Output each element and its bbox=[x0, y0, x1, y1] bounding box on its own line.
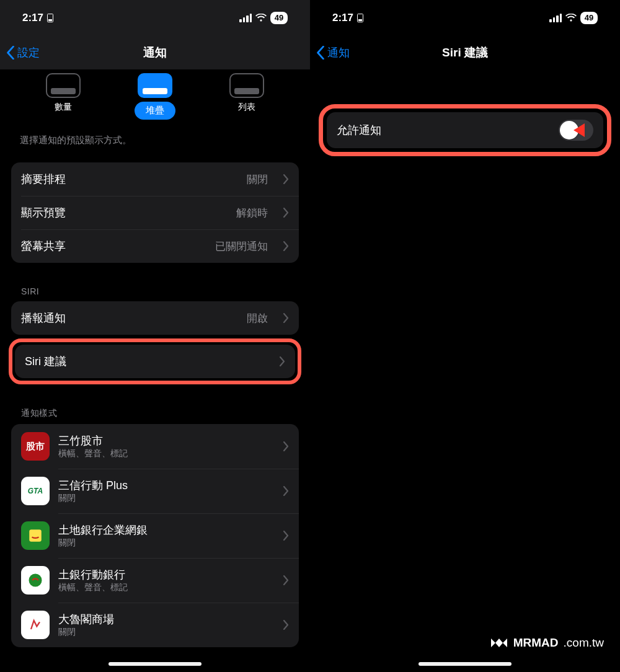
chevron-right-icon bbox=[283, 575, 289, 585]
general-settings-group: 摘要排程 關閉 顯示預覽 解鎖時 螢幕共享 已關閉通知 bbox=[11, 162, 299, 263]
cellular-signal-icon bbox=[549, 14, 562, 22]
back-label: 設定 bbox=[17, 45, 40, 60]
chevron-right-icon bbox=[283, 174, 289, 184]
display-option-list[interactable]: 列表 bbox=[229, 73, 264, 120]
cell-value: 解鎖時 bbox=[236, 206, 268, 220]
app-icon bbox=[21, 611, 50, 639]
app-row[interactable]: 股市 三竹股市 橫幅、聲音、標記 bbox=[11, 424, 299, 469]
svg-point-1 bbox=[29, 574, 42, 587]
svg-rect-0 bbox=[29, 529, 42, 542]
battery-icon: 49 bbox=[580, 12, 598, 24]
display-option-label: 堆疊 bbox=[135, 102, 175, 120]
highlight-siri-suggestions: Siri 建議 bbox=[9, 338, 301, 384]
cell-label: 播報通知 bbox=[21, 311, 238, 325]
app-row[interactable]: GTA 三信行動 Plus 關閉 bbox=[11, 469, 299, 513]
status-bar: 2:17 49 bbox=[310, 0, 620, 36]
app-icon bbox=[21, 521, 50, 550]
chevron-right-icon bbox=[279, 356, 285, 366]
cell-announce-notifications[interactable]: 播報通知 開啟 bbox=[11, 301, 299, 335]
battery-level: 49 bbox=[270, 12, 288, 24]
cell-value: 已關閉通知 bbox=[215, 239, 268, 254]
list-preview-icon bbox=[229, 73, 264, 98]
battery-level: 49 bbox=[580, 12, 598, 24]
back-button[interactable]: 通知 bbox=[316, 36, 350, 69]
chevron-right-icon bbox=[283, 241, 289, 251]
home-indicator[interactable] bbox=[418, 662, 512, 666]
back-label: 通知 bbox=[327, 45, 350, 60]
cell-label: 允許通知 bbox=[337, 123, 550, 138]
display-option-count[interactable]: 數量 bbox=[46, 73, 81, 120]
display-as-selector: 數量 堆疊 列表 bbox=[0, 69, 310, 131]
section-header-style: 通知樣式 bbox=[0, 408, 310, 424]
toggle-knob-icon bbox=[560, 121, 578, 139]
cell-label: Siri 建議 bbox=[25, 354, 264, 369]
cell-scheduled-summary[interactable]: 摘要排程 關閉 bbox=[11, 162, 299, 196]
cell-label: 顯示預覽 bbox=[21, 205, 228, 220]
sim-icon bbox=[47, 14, 53, 22]
cell-screen-sharing[interactable]: 螢幕共享 已關閉通知 bbox=[11, 229, 299, 263]
watermark-brand: MRMAD bbox=[513, 636, 559, 650]
cell-label: 摘要排程 bbox=[21, 172, 238, 187]
display-option-label: 列表 bbox=[238, 102, 255, 113]
app-name: 大魯閣商場 bbox=[58, 612, 268, 627]
display-option-label: 數量 bbox=[55, 102, 72, 113]
status-time: 2:17 bbox=[332, 12, 353, 24]
count-preview-icon bbox=[46, 73, 81, 98]
cell-show-previews[interactable]: 顯示預覽 解鎖時 bbox=[11, 196, 299, 229]
app-sub: 關閉 bbox=[58, 537, 268, 548]
page-title: 通知 bbox=[0, 45, 310, 61]
nav-bar: 通知 Siri 建議 bbox=[310, 36, 620, 69]
watermark: MRMAD.com.tw bbox=[490, 636, 604, 650]
allow-notifications-toggle[interactable] bbox=[559, 120, 593, 141]
chevron-right-icon bbox=[283, 313, 289, 323]
screen-notifications: 2:17 49 設定 通知 數量 堆疊 列 bbox=[0, 0, 310, 672]
cell-value: 開啟 bbox=[247, 311, 268, 325]
app-sub: 關閉 bbox=[58, 627, 268, 637]
app-name: 土銀行動銀行 bbox=[58, 568, 268, 582]
chevron-right-icon bbox=[283, 441, 289, 451]
app-sub: 橫幅、聲音、標記 bbox=[58, 448, 268, 459]
watermark-suffix: .com.tw bbox=[564, 636, 604, 650]
app-icon bbox=[21, 566, 50, 595]
chevron-right-icon bbox=[283, 486, 289, 496]
wifi-icon bbox=[565, 14, 577, 22]
siri-suggestions-group: Siri 建議 bbox=[15, 345, 295, 378]
app-name: 三竹股市 bbox=[58, 434, 268, 448]
wifi-icon bbox=[255, 14, 267, 22]
app-name: 土地銀行企業網銀 bbox=[58, 523, 268, 537]
siri-announce-group: 播報通知 開啟 bbox=[11, 301, 299, 335]
status-bar: 2:17 49 bbox=[0, 0, 310, 36]
cell-allow-notifications: 允許通知 bbox=[327, 112, 603, 148]
highlight-allow-notifications: 允許通知 bbox=[319, 104, 611, 156]
cell-siri-suggestions[interactable]: Siri 建議 bbox=[15, 345, 295, 378]
app-icon: GTA bbox=[21, 477, 50, 505]
allow-notifications-group: 允許通知 bbox=[327, 112, 603, 148]
app-sub: 橫幅、聲音、標記 bbox=[58, 582, 268, 593]
cell-value: 關閉 bbox=[247, 172, 268, 187]
display-option-stack[interactable]: 堆疊 bbox=[135, 73, 175, 120]
display-helper-text: 選擇通知的預設顯示方式。 bbox=[0, 131, 310, 162]
sim-icon bbox=[357, 14, 363, 22]
app-sub: 關閉 bbox=[58, 493, 268, 503]
battery-icon: 49 bbox=[270, 12, 288, 24]
chevron-right-icon bbox=[283, 620, 289, 630]
app-row[interactable]: 土銀行動銀行 橫幅、聲音、標記 bbox=[11, 558, 299, 603]
notification-style-group: 股市 三竹股市 橫幅、聲音、標記 GTA 三信行動 Plus 關閉 土地銀行企業… bbox=[11, 424, 299, 647]
chevron-right-icon bbox=[283, 531, 289, 541]
screen-siri-suggestions: 2:17 49 通知 Siri 建議 允許通知 bbox=[310, 0, 620, 672]
stack-preview-icon bbox=[138, 73, 172, 98]
cellular-signal-icon bbox=[239, 14, 252, 22]
chevron-right-icon bbox=[283, 208, 289, 218]
watermark-logo-icon bbox=[490, 636, 508, 650]
page-title: Siri 建議 bbox=[310, 45, 620, 61]
app-name: 三信行動 Plus bbox=[58, 479, 268, 493]
status-time: 2:17 bbox=[22, 12, 43, 24]
back-button[interactable]: 設定 bbox=[6, 36, 40, 69]
app-row[interactable]: 大魯閣商場 關閉 bbox=[11, 603, 299, 647]
home-indicator[interactable] bbox=[108, 662, 202, 666]
nav-bar: 設定 通知 bbox=[0, 36, 310, 69]
cell-label: 螢幕共享 bbox=[21, 239, 206, 254]
app-icon: 股市 bbox=[21, 432, 50, 461]
section-header-siri: SIRI bbox=[0, 286, 310, 301]
app-row[interactable]: 土地銀行企業網銀 關閉 bbox=[11, 513, 299, 558]
